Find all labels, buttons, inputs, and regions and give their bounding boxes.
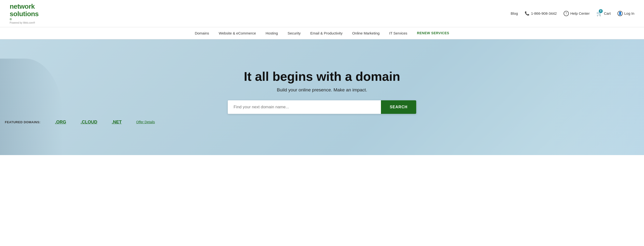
phone-number: 1-866-908-3442 [531, 11, 557, 15]
domain-search-input[interactable] [228, 100, 381, 114]
cart-button[interactable]: 🛒 0 Cart [596, 11, 611, 16]
login-label: Log In [624, 11, 634, 15]
nav-email-productivity[interactable]: Email & Productivity [310, 31, 342, 35]
nav-it-services[interactable]: IT Services [389, 31, 407, 35]
nav-hosting[interactable]: Hosting [266, 31, 278, 35]
top-bar: network solutions® Powered by Web.com® B… [0, 0, 644, 27]
cart-label: Cart [604, 11, 611, 15]
logo-line1: network [10, 3, 39, 10]
phone-icon: 📞 [525, 11, 530, 16]
blog-label: Blog [511, 11, 518, 15]
domain-org-link[interactable]: .ORG [55, 120, 66, 125]
logo[interactable]: network solutions® Powered by Web.com® [10, 3, 39, 24]
help-icon: ? [564, 11, 569, 16]
nav-renew-services[interactable]: RENEW SERVICES [417, 31, 449, 35]
search-button[interactable]: SEARCH [381, 100, 416, 114]
offer-details-link[interactable]: Offer Details [136, 120, 155, 124]
login-link[interactable]: 👤 Log In [618, 11, 634, 16]
help-center-link[interactable]: ? Help Center [564, 11, 590, 16]
nav-online-marketing[interactable]: Online Marketing [352, 31, 380, 35]
domain-net-link[interactable]: .NET [112, 120, 122, 125]
hero-content: It all begins with a domain Build your o… [0, 70, 644, 125]
hero-section: It all begins with a domain Build your o… [0, 39, 644, 155]
nav-security[interactable]: Security [288, 31, 300, 35]
user-icon: 👤 [618, 11, 623, 16]
cart-badge: 0 [599, 9, 603, 13]
powered-by-text: Powered by Web.com® [10, 21, 39, 24]
help-center-label: Help Center [570, 11, 590, 15]
logo-text: network solutions® [10, 3, 39, 21]
nav-website-ecommerce[interactable]: Website & eCommerce [219, 31, 256, 35]
domain-cloud-link[interactable]: .CLOUD [81, 120, 97, 125]
logo-line2: solutions® [10, 10, 39, 21]
featured-domains-label: FEATURED DOMAINS: [5, 120, 40, 124]
blog-link[interactable]: Blog [511, 11, 518, 15]
hero-subtitle: Build your online presence. Make an impa… [5, 87, 639, 93]
hero-title: It all begins with a domain [5, 70, 639, 83]
top-navigation: Blog 📞 1-866-908-3442 ? Help Center 🛒 0 … [511, 11, 634, 16]
domain-search-bar: SEARCH [228, 100, 416, 114]
main-navigation: Domains Website & eCommerce Hosting Secu… [0, 27, 644, 39]
nav-domains[interactable]: Domains [195, 31, 209, 35]
phone-link[interactable]: 📞 1-866-908-3442 [525, 11, 557, 16]
featured-domains: FEATURED DOMAINS: .ORG .CLOUD .NET Offer… [5, 120, 639, 125]
